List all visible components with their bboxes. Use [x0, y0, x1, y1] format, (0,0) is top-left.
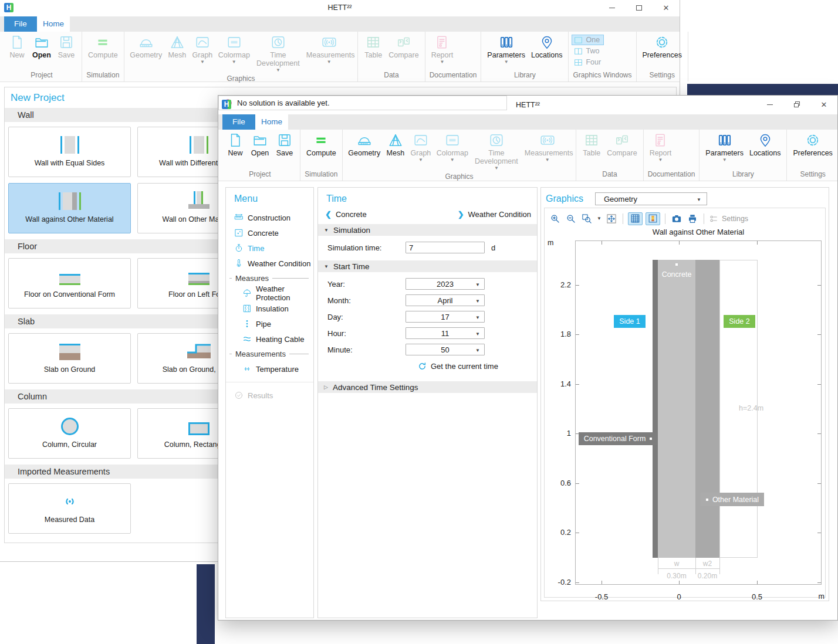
zoom-extents-button[interactable]: [605, 212, 618, 225]
project-card-slab-on-ground[interactable]: Slab on Ground: [8, 333, 131, 384]
ribbon-new-button[interactable]: New: [223, 130, 248, 158]
project-card-wall-against-other-material[interactable]: Wall against Other Material: [8, 183, 131, 233]
nav-back-concrete[interactable]: ❮ Concrete: [325, 210, 367, 219]
menu-item-heating-cable[interactable]: Heating Cable: [226, 331, 313, 347]
year-select[interactable]: 2023▼: [406, 278, 485, 290]
toolbar-separator: [665, 213, 665, 224]
zoom-in-button[interactable]: [549, 212, 562, 225]
ribbon-option-one[interactable]: One: [572, 35, 604, 45]
geometry-plot[interactable]: Wall against Other Material m m Concrete…: [575, 240, 822, 585]
project-card-column-circular[interactable]: Column, Circular: [8, 408, 131, 459]
project-card-label: Floor on Conventional Form: [24, 290, 115, 299]
minute-select[interactable]: 50▼: [406, 344, 485, 355]
grid-toggle-button[interactable]: [628, 212, 643, 225]
pane-two-icon: [574, 48, 583, 55]
zoom-box-button[interactable]: [580, 212, 593, 225]
menu-item-pipe[interactable]: Pipe: [226, 316, 313, 331]
ribbon-locations-button[interactable]: Locations: [528, 32, 566, 60]
ribbon-open-button[interactable]: Open: [29, 32, 54, 60]
snapshot-button[interactable]: [670, 212, 683, 225]
wall-region-other-material: [695, 260, 719, 558]
ribbon-button-label: New: [9, 51, 24, 59]
zoom-out-button[interactable]: [565, 212, 577, 225]
project-card-wall-with-equal-sides[interactable]: Wall with Equal Sides: [8, 127, 131, 177]
ribbon: NewOpenSaveProjectComputeSimulationGeome…: [218, 130, 837, 181]
get-current-time-button[interactable]: Get the current time: [418, 362, 537, 371]
menu-item-weather-protection[interactable]: Weather Protection: [226, 286, 313, 301]
ribbon-button-label: Compare: [607, 149, 637, 157]
ribbon-new-button: New: [5, 32, 29, 60]
ribbon-preferences-button[interactable]: Preferences: [790, 130, 835, 158]
nav-back-label: Concrete: [336, 210, 367, 219]
month-select[interactable]: April▼: [406, 294, 485, 306]
tab-file[interactable]: File: [222, 114, 255, 130]
menu-item-temperature[interactable]: Temperature: [226, 361, 313, 377]
ribbon-geometry-button[interactable]: Geometry: [346, 130, 383, 158]
menu-item-label: Weather Condition: [248, 259, 310, 268]
ribbon-locations-button[interactable]: Locations: [746, 130, 784, 158]
month-row: Month: April▼: [318, 294, 537, 306]
menu-item-time[interactable]: Time: [226, 240, 313, 256]
project-card-measured-data[interactable]: Measured Data: [8, 483, 131, 534]
restore-icon: [794, 101, 800, 107]
minute-label: Minute:: [318, 345, 406, 354]
ribbon-save-button[interactable]: Save: [272, 130, 297, 158]
ribbon-graph-button: Graph▼: [408, 130, 434, 163]
menu-item-weather-condition[interactable]: Weather Condition: [226, 256, 313, 271]
ribbon-mesh-button[interactable]: Mesh: [383, 130, 408, 158]
ribbon-option-four[interactable]: Four: [572, 57, 605, 67]
section-start-time[interactable]: ▼ Start Time: [318, 260, 537, 272]
colorbar-toggle-button[interactable]: [646, 212, 660, 225]
y-tick-mark: [817, 285, 821, 286]
x-tick-mark: [679, 581, 680, 584]
tab-file[interactable]: File: [4, 16, 37, 32]
desktop-taskbar-fragment: [687, 84, 838, 95]
menu-item-concrete[interactable]: Concrete: [226, 225, 313, 240]
dimension-line-w: [658, 568, 695, 569]
minimize-button[interactable]: [756, 96, 783, 113]
report-icon: [434, 34, 450, 50]
ribbon-option-two[interactable]: Two: [572, 46, 603, 56]
maximize-icon: [636, 5, 642, 11]
ribbon-report-button: Report▼: [428, 32, 457, 65]
hour-select[interactable]: 11▼: [406, 327, 485, 339]
ribbon-group-caption: Graphics: [346, 171, 573, 183]
ribbon-group-caption: Documentation: [428, 70, 478, 82]
panel-navigation: ❮ Concrete ❯ Weather Condition: [318, 210, 537, 224]
project-card-floor-on-conventional-form[interactable]: Floor on Conventional Form: [8, 258, 131, 309]
ribbon-group-graphics-windows: OneTwoFourGraphics Windows: [569, 32, 636, 82]
day-select[interactable]: 17▼: [406, 311, 485, 323]
ribbon-parameters-button[interactable]: Parameters▼: [484, 32, 528, 65]
minimize-button[interactable]: [599, 0, 626, 15]
close-button[interactable]: ✕: [810, 96, 837, 113]
tab-home[interactable]: Home: [255, 114, 288, 130]
section-simulation[interactable]: ▼ Simulation: [318, 224, 537, 236]
print-button[interactable]: [686, 212, 699, 225]
chevron-down-icon: ▼: [475, 315, 480, 320]
ribbon-compute-button[interactable]: Compute: [303, 130, 339, 158]
maximize-button[interactable]: [626, 0, 653, 15]
ribbon-button-label: Graph: [411, 149, 431, 157]
menu-item-construction[interactable]: Construction: [226, 210, 313, 225]
day-label: Day:: [318, 313, 406, 321]
compute-icon: [313, 132, 329, 148]
section-advanced-time-settings[interactable]: ▷ Advanced Time Settings: [318, 381, 537, 393]
signal-icon: [539, 132, 556, 148]
plot-settings-button[interactable]: Settings: [709, 214, 748, 223]
menu-item-insulation[interactable]: Insulation: [226, 301, 313, 316]
chevron-down-icon: ▼: [545, 158, 550, 162]
ribbon-open-button[interactable]: Open: [248, 130, 272, 158]
ribbon: NewOpenSaveProjectComputeSimulationGeome…: [0, 32, 680, 82]
advanced-time-settings-label: Advanced Time Settings: [333, 383, 418, 392]
restore-button[interactable]: [783, 96, 810, 113]
ribbon-preferences-button[interactable]: Preferences: [640, 32, 685, 60]
chevron-down-icon[interactable]: ▼: [597, 216, 602, 221]
simulation-time-input[interactable]: 7: [406, 242, 485, 253]
graphics-view-select[interactable]: Geometry ▼: [595, 192, 707, 205]
card-icon-wall-diff: [190, 134, 208, 154]
tab-home[interactable]: Home: [37, 16, 70, 32]
nav-forward-weather-condition[interactable]: ❯ Weather Condition: [458, 210, 531, 219]
chevron-down-icon: ▼: [475, 282, 480, 287]
ribbon-parameters-button[interactable]: Parameters▼: [702, 130, 746, 163]
close-button[interactable]: ✕: [653, 0, 680, 15]
